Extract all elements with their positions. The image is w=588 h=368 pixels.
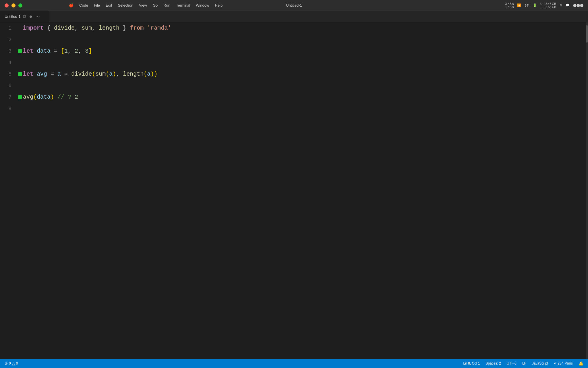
token: 2 <box>75 91 78 103</box>
code-line-2[interactable]: 2 <box>3 34 588 45</box>
token: data <box>37 45 51 57</box>
menu-file[interactable]: File <box>91 0 103 11</box>
token: avg <box>37 68 47 80</box>
minimize-button[interactable] <box>11 3 16 7</box>
scrollbar[interactable] <box>586 22 588 359</box>
token: ] <box>88 45 92 57</box>
token <box>33 68 37 80</box>
token: sum <box>82 22 92 34</box>
token: avg <box>23 91 33 103</box>
token: // ? <box>54 91 75 103</box>
token: divide <box>71 68 92 80</box>
scrollbar-thumb[interactable] <box>586 25 588 43</box>
menu-selection[interactable]: Selection <box>115 0 136 11</box>
menu-bar: 🍎 Code File Edit Selection View Go Run T… <box>63 0 505 11</box>
perf-status: ✔ 234.79ms <box>554 361 573 365</box>
encoding-setting[interactable]: UTF-8 <box>507 361 517 365</box>
code-line-5[interactable]: 5let avg = a ⇒ divide(sum(a), length(a)) <box>3 68 588 80</box>
titlebar: 🍎 Code File Edit Selection View Go Run T… <box>0 0 588 11</box>
token: , <box>75 22 82 34</box>
menu-help[interactable]: Help <box>212 0 225 11</box>
eol-setting[interactable]: LF <box>522 361 526 365</box>
token: ⇒ <box>61 68 71 80</box>
breakpoint-icon[interactable] <box>18 49 22 53</box>
token: length <box>123 68 144 80</box>
statusbar-left: ⊗ 0 △ 0 <box>5 361 18 366</box>
storage-status: U: 18.47 GB F: 13.53 GB <box>540 2 556 9</box>
code-line-4[interactable]: 4 <box>3 57 588 68</box>
window-title: Untitled-1 <box>286 3 302 7</box>
token: , <box>78 45 85 57</box>
code-line-1[interactable]: 1import { divide, sum, length } from 'ra… <box>3 22 588 34</box>
line-number-3: 3 <box>3 45 17 57</box>
more-actions-icon[interactable]: ⋯ <box>35 14 40 19</box>
notification-icon[interactable]: 🔔 <box>579 361 583 366</box>
statusbar: ⊗ 0 △ 0 Ln 8, Col 1 Spaces: 2 UTF-8 LF J… <box>0 359 588 368</box>
close-button[interactable] <box>5 3 9 7</box>
line-number-6: 6 <box>3 80 17 91</box>
menu-terminal[interactable]: Terminal <box>173 0 193 11</box>
token: 2 <box>75 45 78 57</box>
menu-go[interactable]: Go <box>150 0 160 11</box>
token: 'ramda' <box>147 22 171 34</box>
token: ) <box>113 68 116 80</box>
token: let <box>23 68 33 80</box>
menu-run[interactable]: Run <box>160 0 173 11</box>
wifi-icon: 📶 <box>517 3 521 7</box>
menu-window[interactable]: Window <box>193 0 212 11</box>
menu-code[interactable]: Code <box>76 0 91 11</box>
titlebar-controls <box>0 3 63 7</box>
token <box>33 45 37 57</box>
line-gutter-3 <box>17 49 23 53</box>
network-status: 3 KB/s 1 KB/s <box>505 2 514 9</box>
tab-bar: Untitled-1 ⧉ ⋯ <box>0 11 588 22</box>
statusbar-right: Ln 8, Col 1 Spaces: 2 UTF-8 LF JavaScrip… <box>463 361 583 366</box>
menu-edit[interactable]: Edit <box>103 0 115 11</box>
code-line-3[interactable]: 3let data = [1, 2, 3] <box>3 45 588 57</box>
line-number-7: 7 <box>3 91 17 103</box>
token: divide <box>54 22 75 34</box>
code-line-8[interactable]: 8 <box>3 103 588 114</box>
tab-untitled[interactable]: Untitled-1 ⧉ ⋯ <box>0 11 49 22</box>
token <box>144 22 147 34</box>
code-area[interactable]: 1import { divide, sum, length } from 'ra… <box>0 22 588 359</box>
line-content-7: avg(data) // ? 2 <box>23 91 588 103</box>
token: from <box>130 22 144 34</box>
control-icon: ⬤⬤⬤ <box>573 3 583 7</box>
code-line-6[interactable]: 6 <box>3 80 588 91</box>
breakpoint-icon[interactable] <box>18 95 22 99</box>
line-gutter-5 <box>17 72 23 76</box>
menu-view[interactable]: View <box>136 0 150 11</box>
error-icon: ⊗ <box>5 361 8 366</box>
battery-icon: 🔋 <box>533 3 537 7</box>
token: { <box>44 22 54 34</box>
token: let <box>23 45 33 57</box>
token: ( <box>92 68 95 80</box>
token: ) <box>51 91 54 103</box>
errors-status[interactable]: ⊗ 0 △ 0 <box>5 361 18 366</box>
maximize-button[interactable] <box>18 3 22 7</box>
token: 1 <box>64 45 68 57</box>
token: } <box>119 22 130 34</box>
token: ( <box>33 91 37 103</box>
airdrop-icon: ⊕ <box>560 3 562 7</box>
line-content-3: let data = [1, 2, 3] <box>23 45 588 57</box>
token: data <box>37 91 51 103</box>
split-editor-icon[interactable]: ⧉ <box>23 14 26 19</box>
tab-label: Untitled-1 <box>5 14 21 19</box>
token: , <box>68 45 75 57</box>
token: sum <box>95 68 106 80</box>
code-line-7[interactable]: 7avg(data) // ? 2 <box>3 91 588 103</box>
cursor-position[interactable]: Ln 8, Col 1 <box>463 361 480 365</box>
breakpoint-icon[interactable] <box>18 72 22 76</box>
token: = <box>51 45 61 57</box>
line-content-1: import { divide, sum, length } from 'ram… <box>23 22 588 34</box>
spaces-setting[interactable]: Spaces: 2 <box>486 361 501 365</box>
token: ( <box>144 68 147 80</box>
token: a <box>57 68 61 80</box>
token: import <box>23 22 44 34</box>
language-setting[interactable]: JavaScript <box>532 361 548 365</box>
token: [ <box>61 45 64 57</box>
line-number-5: 5 <box>3 68 17 80</box>
apple-menu[interactable]: 🍎 <box>66 0 76 11</box>
